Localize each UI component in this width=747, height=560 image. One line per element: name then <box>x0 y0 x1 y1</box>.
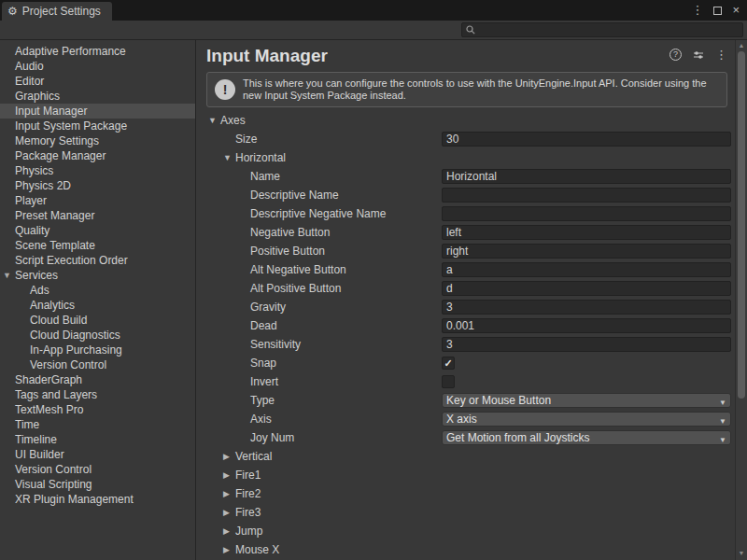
sidebar-item-graphics[interactable]: Graphics <box>0 89 195 104</box>
sidebar-item-in-app-purchasing[interactable]: In-App Purchasing <box>0 343 195 357</box>
foldout-triangle-icon[interactable]: ▶ <box>223 470 235 480</box>
foldout-triangle-icon[interactable]: ▶ <box>223 545 235 554</box>
maximize-icon[interactable] <box>713 7 722 15</box>
property-label: Descriptive Name <box>250 189 339 202</box>
sidebar-item-physics[interactable]: Physics <box>0 163 195 178</box>
sidebar-item-label: Cloud Build <box>30 314 87 327</box>
axis-dropdown[interactable]: X axis▼ <box>442 412 731 427</box>
dead-input[interactable]: 0.001 <box>442 318 731 333</box>
sidebar-item-quality[interactable]: Quality <box>0 223 195 238</box>
size-input[interactable]: 30 <box>442 132 731 147</box>
sidebar-item-audio[interactable]: Audio <box>0 59 195 74</box>
snap-checkbox[interactable]: ✓ <box>442 357 455 370</box>
name-input[interactable]: Horizontal <box>442 169 731 184</box>
scroll-down-icon[interactable]: ▼ <box>736 548 747 559</box>
sidebar-item-tags-and-layers[interactable]: Tags and Layers <box>0 387 195 402</box>
property-label: Joy Num <box>250 431 294 444</box>
sidebar-item-timeline[interactable]: Timeline <box>0 432 195 447</box>
property-field-area <box>442 375 731 388</box>
property-field-area: 3 <box>442 300 731 315</box>
window-titlebar: ⚙ Project Settings ⋮ × <box>0 0 747 21</box>
sidebar-item-input-system-package[interactable]: Input System Package <box>0 119 195 133</box>
header-icons: ? ⋮ <box>669 48 727 62</box>
foldout-triangle-icon[interactable]: ▼ <box>208 116 220 125</box>
sidebar-item-shadergraph[interactable]: ShaderGraph <box>0 372 195 387</box>
positive-button-input[interactable]: right <box>442 244 731 259</box>
sidebar-item-label: Visual Scripting <box>15 478 92 491</box>
sidebar-item-services[interactable]: ▼Services <box>0 268 195 283</box>
sidebar-item-time[interactable]: Time <box>0 417 195 432</box>
sidebar-item-scene-template[interactable]: Scene Template <box>0 238 195 253</box>
property-row-fire1: ▶Fire1 <box>197 466 735 484</box>
help-icon[interactable]: ? <box>669 49 682 61</box>
sidebar-item-visual-scripting[interactable]: Visual Scripting <box>0 477 195 492</box>
property-row-fire3: ▶Fire3 <box>197 503 735 522</box>
invert-checkbox[interactable] <box>442 375 455 388</box>
sidebar-item-ads[interactable]: Ads <box>0 283 195 298</box>
foldout-triangle-icon[interactable]: ▶ <box>223 452 235 461</box>
sidebar-item-editor[interactable]: Editor <box>0 74 195 89</box>
sidebar-item-adaptive-performance[interactable]: Adaptive Performance <box>0 44 195 59</box>
preset-icon[interactable] <box>693 49 704 61</box>
joy-num-dropdown[interactable]: Get Motion from all Joysticks▼ <box>442 430 731 445</box>
sidebar-item-physics-2d[interactable]: Physics 2D <box>0 178 195 193</box>
foldout-triangle-icon[interactable]: ▶ <box>223 526 235 536</box>
foldout-triangle-icon[interactable]: ▼ <box>223 153 235 162</box>
sidebar-item-ui-builder[interactable]: UI Builder <box>0 447 195 462</box>
settings-category-list: Adaptive PerformanceAudioEditorGraphicsI… <box>0 40 196 560</box>
gravity-input[interactable]: 3 <box>442 300 731 315</box>
property-label-area: ▶Jump <box>197 525 442 538</box>
descriptive-name-input[interactable] <box>442 188 731 203</box>
dropdown-value: X axis <box>446 413 477 426</box>
property-label: Horizontal <box>235 151 286 164</box>
property-label: Jump <box>235 525 262 538</box>
search-input[interactable] <box>479 24 739 35</box>
foldout-triangle-icon[interactable]: ▼ <box>3 268 11 283</box>
foldout-triangle-icon[interactable]: ▶ <box>223 489 235 498</box>
sidebar-item-analytics[interactable]: Analytics <box>0 298 195 313</box>
alt-positive-button-input[interactable]: d <box>442 281 731 296</box>
foldout-triangle-icon[interactable]: ▶ <box>223 508 235 517</box>
sidebar-item-textmesh-pro[interactable]: TextMesh Pro <box>0 402 195 417</box>
sidebar-item-xr-plugin-management[interactable]: XR Plugin Management <box>0 492 195 507</box>
sidebar-item-label: TextMesh Pro <box>15 403 83 416</box>
property-label-area: ▶Fire2 <box>197 487 442 500</box>
property-field-area: ✓ <box>442 357 731 370</box>
sidebar-item-player[interactable]: Player <box>0 193 195 208</box>
close-icon[interactable]: × <box>732 0 740 21</box>
sidebar-item-memory-settings[interactable]: Memory Settings <box>0 133 195 148</box>
scrollbar-thumb[interactable] <box>738 51 745 399</box>
scroll-up-icon[interactable]: ▲ <box>736 40 747 51</box>
property-row-mouse-x: ▶Mouse X <box>197 540 735 559</box>
sidebar-item-cloud-build[interactable]: Cloud Build <box>0 313 195 328</box>
sensitivity-input[interactable]: 3 <box>442 337 731 352</box>
sidebar-item-script-execution-order[interactable]: Script Execution Order <box>0 253 195 268</box>
property-row-snap: Snap✓ <box>197 354 735 372</box>
property-row-gravity: Gravity3 <box>197 298 735 316</box>
search-field[interactable] <box>461 22 743 37</box>
type-dropdown[interactable]: Key or Mouse Button▼ <box>442 393 731 408</box>
sidebar-item-cloud-diagnostics[interactable]: Cloud Diagnostics <box>0 328 195 343</box>
sidebar-item-package-manager[interactable]: Package Manager <box>0 148 195 163</box>
property-label: Name <box>250 170 280 183</box>
sidebar-item-version-control[interactable]: Version Control <box>0 357 195 372</box>
property-field-area: 30 <box>442 132 731 147</box>
property-row-axis: AxisX axis▼ <box>197 410 735 428</box>
alt-negative-button-input[interactable]: a <box>442 262 731 277</box>
window-menu-icon[interactable]: ⋮ <box>691 0 703 21</box>
vertical-scrollbar[interactable]: ▲ ▼ <box>735 40 747 560</box>
context-menu-icon[interactable]: ⋮ <box>715 48 727 62</box>
property-row-size: Size30 <box>197 130 735 148</box>
info-icon: ! <box>215 79 235 100</box>
property-row-dead: Dead0.001 <box>197 316 735 335</box>
sidebar-item-version-control[interactable]: Version Control <box>0 462 195 477</box>
negative-button-input[interactable]: left <box>442 225 731 240</box>
property-field-area: right <box>442 244 731 259</box>
descriptive-negative-name-input[interactable] <box>442 206 731 221</box>
property-label-area: Descriptive Negative Name <box>197 207 442 220</box>
sidebar-item-preset-manager[interactable]: Preset Manager <box>0 208 195 223</box>
property-row-axes: ▼Axes <box>197 111 735 130</box>
sidebar-item-input-manager[interactable]: Input Manager <box>0 104 195 119</box>
project-settings-tab[interactable]: ⚙ Project Settings <box>2 2 112 21</box>
property-label-area: Descriptive Name <box>197 189 442 202</box>
